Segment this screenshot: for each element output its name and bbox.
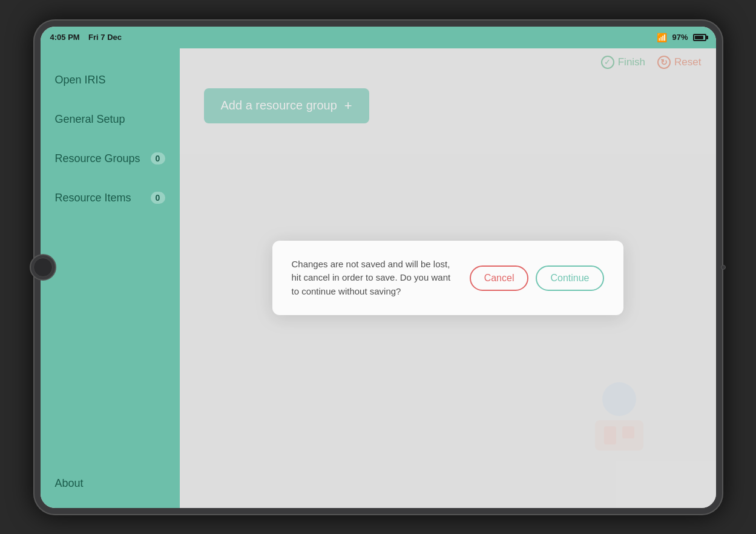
status-time: 4:05 PM (50, 33, 80, 42)
battery-percent: 97% (672, 33, 688, 42)
sidebar-item-label: General Setup (55, 113, 125, 126)
sidebar-item-resource-items[interactable]: Resource Items 0 (41, 178, 180, 218)
sidebar-item-label: Resource Items (55, 192, 131, 204)
main-content: ✓ Finish ↻ Reset Add a resource group + (180, 48, 716, 508)
wifi-icon: 📶 (657, 33, 667, 42)
sidebar-item-label: Open IRIS (55, 74, 106, 86)
sidebar-bottom: About (41, 465, 180, 508)
resource-groups-badge: 0 (151, 152, 165, 164)
battery-fill (695, 36, 703, 39)
sidebar-item-open-iris[interactable]: Open IRIS (41, 60, 180, 100)
dialog-actions: Cancel Continue (470, 265, 604, 291)
sidebar-item-resource-groups[interactable]: Resource Groups 0 (41, 139, 180, 178)
status-date: Fri 7 Dec (88, 33, 122, 42)
dialog-continue-button[interactable]: Continue (536, 265, 603, 291)
status-bar: 4:05 PM Fri 7 Dec 📶 97% (41, 27, 716, 48)
camera-dot (721, 265, 726, 270)
about-label: About (55, 477, 84, 489)
home-button[interactable] (30, 254, 56, 281)
ipad-screen: 4:05 PM Fri 7 Dec 📶 97% Open IRIS (41, 27, 716, 508)
ipad-frame: 4:05 PM Fri 7 Dec 📶 97% Open IRIS (33, 19, 723, 515)
resource-items-badge: 0 (151, 192, 165, 204)
sidebar-item-label: Resource Groups (55, 152, 140, 165)
confirmation-dialog: Changes are not saved and will be lost, … (272, 241, 623, 316)
home-button-inner (33, 258, 53, 277)
sidebar-item-about[interactable]: About (55, 477, 165, 490)
sidebar: Open IRIS General Setup Resource Groups … (41, 48, 180, 508)
dialog-cancel-button[interactable]: Cancel (470, 265, 529, 291)
dialog-overlay: Changes are not saved and will be lost, … (180, 48, 716, 508)
dialog-message: Changes are not saved and will be lost, … (292, 258, 455, 299)
app-body: Open IRIS General Setup Resource Groups … (41, 48, 716, 508)
sidebar-item-general-setup[interactable]: General Setup (41, 100, 180, 139)
battery-icon (693, 34, 706, 41)
status-bar-right: 📶 97% (657, 33, 706, 42)
status-bar-time-date: 4:05 PM Fri 7 Dec (50, 33, 122, 42)
sidebar-nav: Open IRIS General Setup Resource Groups … (41, 48, 180, 465)
